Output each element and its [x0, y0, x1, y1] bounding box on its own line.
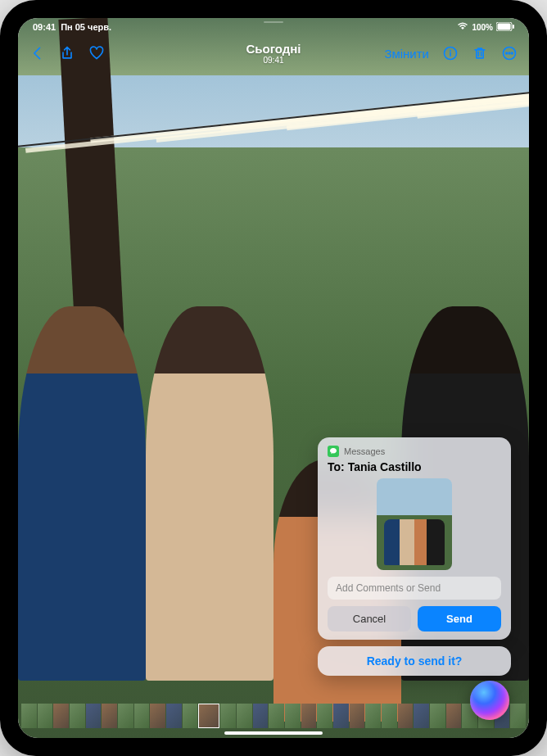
thumbnail-item[interactable]	[53, 704, 69, 728]
siri-panel: Messages To: Tania Castillo Add Comments…	[318, 437, 511, 676]
person-1	[18, 306, 146, 681]
status-bar: 09:41 Пн 05 черв. 100%	[18, 18, 529, 36]
svg-point-5	[506, 52, 508, 54]
thumbnail-item[interactable]	[446, 704, 462, 728]
thumbnail-item[interactable]	[237, 704, 252, 728]
thumbnail-item[interactable]	[86, 704, 102, 728]
battery-icon	[496, 22, 514, 33]
messages-app-icon	[328, 446, 339, 457]
comment-input[interactable]: Add Comments or Send	[328, 577, 501, 600]
thumbnail-item[interactable]	[285, 704, 301, 728]
status-date: Пн 05 черв.	[61, 22, 111, 32]
thumbnail-item[interactable]	[430, 704, 445, 728]
trash-button[interactable]	[472, 45, 488, 61]
battery-percent: 100%	[472, 23, 493, 32]
nav-bar: Сьогодні 09:41 Змінити	[18, 36, 529, 70]
screen: 09:41 Пн 05 черв. 100%	[18, 18, 529, 738]
thumbnail-item[interactable]	[118, 704, 133, 728]
home-indicator[interactable]	[224, 731, 323, 735]
thumbnail-item[interactable]	[301, 704, 317, 728]
thumbnail-item[interactable]	[382, 704, 397, 728]
favorite-button[interactable]	[88, 45, 105, 61]
ipad-device-frame: 09:41 Пн 05 черв. 100%	[0, 0, 547, 756]
thumbnail-item[interactable]	[102, 704, 117, 728]
svg-point-6	[509, 52, 510, 54]
thumbnail-item[interactable]	[398, 704, 414, 728]
thumbnail-item[interactable]	[414, 704, 429, 728]
person-2	[146, 306, 274, 681]
messages-app-label: Messages	[344, 446, 385, 456]
more-button[interactable]	[501, 45, 518, 61]
info-button[interactable]	[442, 45, 459, 61]
thumbnail-item[interactable]	[21, 704, 37, 728]
thumbnail-item[interactable]	[220, 704, 236, 728]
svg-point-7	[512, 52, 513, 54]
attachment-preview[interactable]	[377, 478, 452, 570]
thumbnail-item[interactable]	[166, 704, 182, 728]
thumbnail-item[interactable]	[70, 704, 85, 728]
thumbnail-item[interactable]	[38, 704, 53, 728]
multitask-indicator[interactable]	[264, 21, 283, 23]
thumbnail-item[interactable]	[134, 704, 150, 728]
to-prefix: To:	[328, 460, 345, 473]
thumbnail-item[interactable]	[269, 704, 284, 728]
thumbnail-item[interactable]	[333, 704, 349, 728]
thumbnail-item[interactable]	[510, 704, 526, 728]
recipient-name: Tania Castillo	[348, 460, 422, 473]
send-button[interactable]: Send	[418, 606, 501, 632]
svg-rect-1	[498, 23, 511, 29]
thumbnail-item[interactable]	[317, 704, 332, 728]
svg-rect-2	[513, 25, 514, 29]
recipient-line: To: Tania Castillo	[328, 460, 501, 473]
siri-orb-icon[interactable]	[470, 681, 509, 720]
nav-title: Сьогодні	[246, 42, 301, 56]
thumbnail-item[interactable]	[253, 704, 269, 728]
nav-subtitle: 09:41	[246, 56, 301, 65]
share-button[interactable]	[59, 45, 75, 61]
siri-prompt[interactable]: Ready to send it?	[318, 646, 511, 676]
wifi-icon	[457, 22, 468, 32]
status-time: 09:41	[33, 22, 56, 32]
cancel-button[interactable]: Cancel	[328, 606, 411, 632]
thumbnail-item[interactable]	[350, 704, 365, 728]
thumbnail-item[interactable]	[150, 704, 165, 728]
thumbnail-item[interactable]	[365, 704, 381, 728]
thumbnail-strip[interactable]	[18, 704, 529, 728]
edit-button[interactable]: Змінити	[384, 47, 429, 61]
thumbnail-item-active[interactable]	[198, 704, 219, 728]
back-button[interactable]	[29, 45, 46, 61]
thumbnail-item[interactable]	[183, 704, 198, 728]
messages-share-card: Messages To: Tania Castillo Add Comments…	[318, 437, 511, 640]
